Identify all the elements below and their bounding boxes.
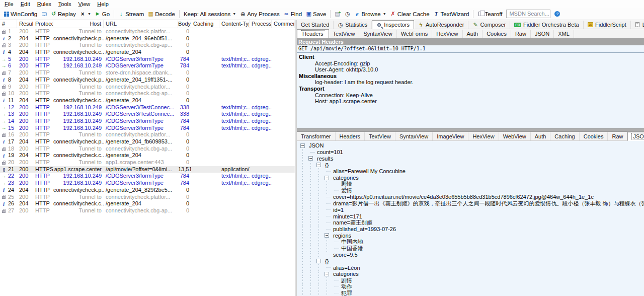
collapse-toggle-icon[interactable] bbox=[300, 143, 305, 148]
session-row-17[interactable]: i17204HTTPconnectivitycheck.p.../generat… bbox=[0, 138, 295, 145]
request-tab-hexview[interactable]: HexView bbox=[432, 30, 462, 38]
request-tab-syntaxview[interactable]: SyntaxView bbox=[359, 30, 396, 38]
column-header-process[interactable]: Process bbox=[250, 20, 272, 28]
json-tree-node[interactable]: 中国香港 bbox=[299, 245, 644, 252]
session-row-2[interactable]: i2204HTTPconnectivitycheck.p.../generate… bbox=[0, 35, 295, 42]
collapse-toggle-icon[interactable] bbox=[325, 233, 329, 238]
menu-tools[interactable]: Tools bbox=[55, 0, 75, 8]
replay-button[interactable]: ↺Replay bbox=[49, 10, 78, 18]
json-tree-node[interactable]: {} bbox=[299, 258, 644, 265]
response-tab-textview[interactable]: TextView bbox=[365, 132, 395, 140]
session-row-8[interactable]: i8204HTTPconnectivitycheck.p.../generate… bbox=[0, 77, 295, 84]
response-tab-caching[interactable]: Caching bbox=[550, 132, 579, 140]
go-button[interactable]: ▶Go bbox=[93, 10, 112, 18]
column-header-host[interactable]: Host bbox=[53, 20, 104, 28]
tearoff-button[interactable]: Tearoff bbox=[475, 10, 504, 18]
winconfig-button[interactable]: WinConfig bbox=[2, 10, 39, 18]
collapse-toggle-icon[interactable] bbox=[316, 163, 321, 167]
tab-get-started[interactable]: Get Started bbox=[297, 21, 334, 29]
session-row-13[interactable]: →13200HTTP192.168.10.249/CDGServer3/Test… bbox=[0, 111, 295, 118]
menu-rules[interactable]: Rules bbox=[34, 0, 55, 8]
collapse-toggle-icon[interactable] bbox=[316, 259, 321, 263]
json-tree-node[interactable]: results bbox=[299, 156, 644, 162]
json-tree-node[interactable]: 爱情 bbox=[299, 187, 644, 194]
request-tab-json[interactable]: JSON bbox=[531, 30, 554, 38]
collapse-toggle-icon[interactable] bbox=[325, 176, 329, 180]
column-header-result[interactable]: Result bbox=[17, 20, 33, 28]
panel-splitter-horizontal[interactable] bbox=[297, 128, 644, 132]
column-header-caching[interactable]: Caching bbox=[191, 20, 219, 28]
json-tree-node[interactable]: JSON bbox=[299, 142, 644, 149]
session-row-18[interactable]: 18200HTTPTunnel toconnectivitycheck.cbg-… bbox=[0, 145, 295, 153]
menu-view[interactable]: View bbox=[75, 0, 94, 8]
session-row-23[interactable]: →23200HTTP192.168.10.249/CDGServer3/form… bbox=[0, 180, 295, 187]
json-tree-node[interactable]: name=霸王别姬 bbox=[299, 219, 644, 226]
collapse-toggle-icon[interactable] bbox=[325, 272, 329, 276]
session-row-25[interactable]: 25200HTTPTunnel toconnectivitycheck.plat… bbox=[0, 194, 295, 201]
json-tree-node[interactable]: drama=影片借一出《霸王别姬》的京戏，牵扯出三个人之间一段随时代风云变幻的爱… bbox=[299, 200, 644, 207]
session-row-26[interactable]: i26204HTTPconnectivitycheck.c.../generat… bbox=[0, 200, 295, 207]
help-button[interactable]: ? bbox=[552, 10, 562, 18]
tab-fiddlerscript[interactable]: JSFiddlerScript bbox=[584, 21, 631, 29]
column-header-protocol[interactable]: Protocol bbox=[33, 20, 53, 28]
screenshot-button[interactable]: ▤+ bbox=[333, 10, 343, 18]
tab-statistics[interactable]: ◷Statistics bbox=[334, 21, 372, 29]
tab-fiddler-orchestra-beta[interactable]: FOFiddler Orchestra Beta bbox=[510, 21, 583, 29]
menu-file[interactable]: File bbox=[1, 0, 17, 8]
decode-button[interactable]: ▦Decode bbox=[146, 10, 177, 18]
collapse-toggle-icon[interactable] bbox=[308, 156, 313, 161]
clear-cache-button[interactable]: ✗Clear Cache bbox=[388, 10, 432, 18]
json-tree-node[interactable]: 犯罪 bbox=[299, 290, 644, 296]
session-row-27[interactable]: 27200HTTPTunnel toconnectivitycheck.cbg-… bbox=[0, 207, 295, 214]
json-tree-node[interactable]: id=1 bbox=[299, 207, 644, 213]
response-tab-headers[interactable]: Headers bbox=[336, 132, 365, 140]
session-row-24[interactable]: i24204HTTPconnectivitycheck.p.../generat… bbox=[0, 187, 295, 194]
response-tab-raw[interactable]: Raw bbox=[608, 132, 627, 140]
request-tab-xml[interactable]: XML bbox=[554, 30, 574, 38]
response-tab-auth[interactable]: Auth bbox=[531, 132, 551, 140]
stream-button[interactable]: ↓Stream bbox=[116, 10, 146, 18]
header-entry[interactable]: Accept-Encoding: gzip bbox=[297, 60, 644, 67]
session-row-12[interactable]: →12200HTTP192.168.10.249/CDGServer3/Test… bbox=[0, 104, 295, 111]
response-tab-cookies[interactable]: Cookies bbox=[580, 132, 608, 140]
response-tab-syntaxview[interactable]: SyntaxView bbox=[395, 132, 433, 140]
request-tab-webforms[interactable]: WebForms bbox=[397, 30, 433, 38]
session-row-9[interactable]: 9200HTTPTunnel toconnectivitycheck.platf… bbox=[0, 84, 295, 91]
response-tab-hexview[interactable]: HexView bbox=[468, 132, 499, 140]
comment-button[interactable] bbox=[39, 10, 49, 18]
session-row-22[interactable]: →22200HTTP192.168.10.249/CDGServer3/form… bbox=[0, 173, 295, 180]
json-tree-node[interactable]: alias=Léon bbox=[299, 264, 644, 271]
any-process-button[interactable]: ⊕Any Process bbox=[238, 10, 282, 18]
request-tab-raw[interactable]: Raw bbox=[511, 30, 531, 38]
tab-log[interactable]: Log bbox=[631, 21, 644, 29]
session-row-16[interactable]: 16200HTTPTunnel toconnectivitycheck.plat… bbox=[0, 131, 295, 138]
json-tree-node[interactable]: {} bbox=[299, 162, 644, 168]
timer-button[interactable]: ◷ bbox=[343, 10, 352, 18]
header-entry[interactable]: Connection: Keep-Alive bbox=[297, 92, 644, 99]
request-line[interactable]: GET /api/movie/?offset=0&limit=10 HTTP/1… bbox=[297, 45, 644, 53]
column-header-[interactable]: # bbox=[0, 20, 17, 28]
tab-autoresponder[interactable]: ϟAutoResponder bbox=[414, 21, 468, 29]
response-tab-imageview[interactable]: ImageView bbox=[433, 132, 468, 140]
msdn-search-input[interactable]: MSDN Search... bbox=[506, 10, 550, 18]
session-row-14[interactable]: →14200HTTP192.168.10.249/CDGServer3/form… bbox=[0, 118, 295, 125]
column-header-comments[interactable]: Comments bbox=[272, 20, 295, 28]
json-tree-node[interactable]: alias=Farewell My Concubine bbox=[299, 168, 644, 175]
session-row-5[interactable]: →5200HTTP192.168.10.249/CDGServer3/formT… bbox=[0, 56, 295, 63]
session-row-6[interactable]: →6200HTTP192.168.10.249/CDGServer3/formT… bbox=[0, 62, 295, 69]
tab-inspectors[interactable]: Inspectors bbox=[372, 20, 414, 29]
session-row-21[interactable]: {}21200HTTPSapp1.scrape.center/api/movie… bbox=[0, 166, 295, 173]
header-entry[interactable]: Host: app1.scrape.center bbox=[297, 98, 644, 105]
session-row-10[interactable]: 10200HTTPTunnel toconnectivitycheck.cbg-… bbox=[0, 90, 295, 97]
json-tree-node[interactable]: published_at=1993-07-26 bbox=[299, 226, 644, 233]
keep-sessions-button[interactable]: Keep: All sessions▼ bbox=[182, 10, 238, 18]
menu-help[interactable]: Help bbox=[94, 0, 112, 8]
response-tab-transformer[interactable]: Transformer bbox=[297, 132, 336, 140]
header-entry[interactable]: User-Agent: okhttp/3.10.0 bbox=[297, 66, 644, 73]
session-row-19[interactable]: i19204HTTPconnectivitycheck.c.../generat… bbox=[0, 152, 295, 159]
session-row-7[interactable]: 7200HTTPTunnel tostore-drcn.hispace.dban… bbox=[0, 69, 295, 77]
session-row-4[interactable]: i4204HTTPconnectivitycheck.c.../generate… bbox=[0, 49, 295, 56]
browse-button[interactable]: eBrowse▼ bbox=[352, 10, 388, 18]
request-tab-auth[interactable]: Auth bbox=[463, 30, 483, 38]
json-tree-node[interactable]: count=101 bbox=[299, 149, 644, 156]
